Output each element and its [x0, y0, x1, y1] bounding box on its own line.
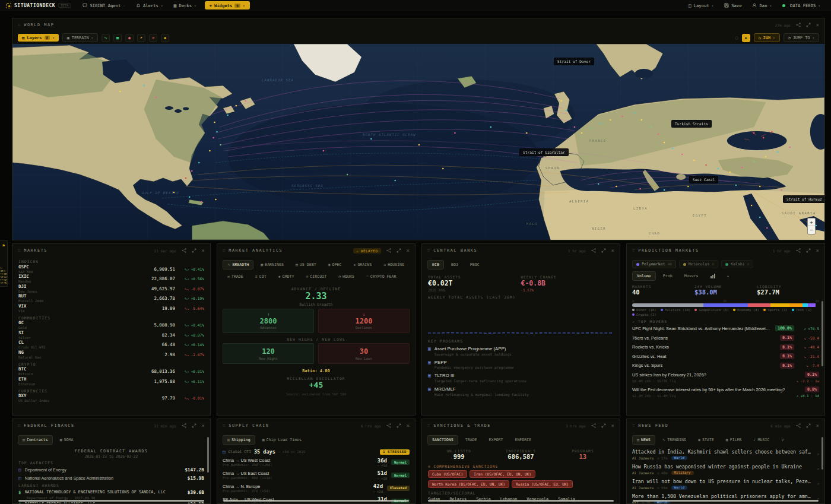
- expand-icon[interactable]: [397, 248, 401, 253]
- news-tab[interactable]: ▣FILMS: [721, 435, 747, 445]
- market-row[interactable]: GCGold5,080.90+0.41%: [12, 321, 210, 331]
- market-row[interactable]: DJIDow Jones49,625.97-0.07%: [12, 284, 210, 294]
- route-row[interactable]: China → US East CoastPre-pandemic: 40d (…: [217, 469, 415, 482]
- chokepoint-label[interactable]: Strait of Hormuz: [783, 195, 824, 203]
- external-link-icon[interactable]: ⇗: [817, 481, 819, 486]
- horizontal-scrollbar[interactable]: [428, 500, 614, 502]
- share-icon[interactable]: [182, 248, 186, 253]
- user-menu[interactable]: Dan▾: [747, 2, 776, 9]
- analytics-tab[interactable]: ◆CMDTY: [274, 272, 299, 281]
- analytics-tab[interactable]: ◈GRAINS: [348, 260, 376, 270]
- analytics-tab[interactable]: ◉OPEC: [323, 260, 347, 270]
- horizontal-scrollbar[interactable]: [18, 500, 204, 502]
- news-tab[interactable]: ∿TRENDING: [658, 435, 691, 445]
- horizontal-scrollbar[interactable]: [633, 500, 819, 502]
- expand-icon[interactable]: [601, 248, 606, 253]
- expand-icon[interactable]: [806, 23, 811, 27]
- share-icon[interactable]: [796, 23, 801, 27]
- sanctions-tab[interactable]: TRADE: [461, 435, 482, 445]
- federal-tab[interactable]: ▤Contracts: [18, 435, 53, 445]
- chokepoints-layer-icon[interactable]: ◆: [161, 34, 169, 42]
- market-row[interactable]: RUTRussell 20002,663.78+0.19%: [12, 294, 210, 304]
- market-row[interactable]: ETHEthereum1,975.88+0.11%: [12, 376, 210, 386]
- route-row[interactable]: China → N. EuropePre-pandemic: 37d (+5d)…: [217, 482, 415, 495]
- program-row[interactable]: ▣PEPPPandemic emergency purchase program…: [428, 358, 614, 372]
- share-icon[interactable]: [796, 423, 801, 428]
- program-row[interactable]: ▣MRO/MLFMain refinancing & marginal lend…: [428, 385, 614, 398]
- central-bank-tab[interactable]: BOJ: [446, 260, 463, 270]
- jump-to-select[interactable]: ◔ JUMP TO ▾: [784, 33, 819, 42]
- analytics-tab[interactable]: ∿BREADTH: [223, 260, 253, 270]
- chokepoint-label[interactable]: Strait of Gibraltar: [519, 148, 569, 156]
- close-icon[interactable]: ×: [816, 248, 819, 253]
- program-row[interactable]: ▣Asset Purchase Programme (APP)Sovereign…: [428, 344, 614, 358]
- analytics-tab[interactable]: ⇄TRADE: [223, 272, 248, 281]
- route-row[interactable]: China → US West CoastPre-pandemic: 20d (…: [217, 456, 415, 469]
- horizontal-scrollbar[interactable]: [223, 500, 409, 502]
- market-row[interactable]: VIXVIX19.09-5.64%: [12, 303, 210, 313]
- alerts-layer-icon[interactable]: ⊘: [149, 34, 157, 42]
- category-segment[interactable]: [748, 303, 770, 307]
- drag-handle-icon[interactable]: [427, 423, 430, 428]
- chokepoint-label[interactable]: Suez Canal: [689, 176, 718, 183]
- news-item[interactable]: Iran will not bow down to US pressure in…: [627, 476, 824, 491]
- sanctions-tab[interactable]: SANCTIONS: [427, 435, 458, 445]
- category-segment[interactable]: [803, 303, 808, 307]
- share-icon[interactable]: [386, 248, 391, 253]
- news-item[interactable]: More than 1,500 Venezuelan political pri…: [627, 491, 824, 504]
- analytics-tab[interactable]: ◠CRYPTO FEAR: [361, 272, 401, 281]
- zoom-in-button[interactable]: +: [808, 218, 815, 226]
- analytics-tab[interactable]: ▦EARNINGS: [256, 260, 288, 270]
- prediction-tab[interactable]: Prob: [658, 271, 677, 281]
- close-icon[interactable]: ×: [407, 248, 410, 253]
- expand-icon[interactable]: [397, 423, 401, 428]
- share-icon[interactable]: [386, 423, 391, 428]
- map-canvas[interactable]: Strait of Dover Turkish Straits Strait o…: [12, 44, 824, 240]
- share-icon[interactable]: [182, 423, 186, 428]
- collapse-icon[interactable]: ▴: [722, 271, 734, 281]
- scrollbar[interactable]: [822, 301, 823, 366]
- nav-decks[interactable]: ▦ Decks▾: [169, 2, 201, 9]
- prediction-item[interactable]: Will the Fed decrease interest rates by …: [627, 385, 824, 400]
- expand-icon[interactable]: [806, 423, 811, 428]
- share-icon[interactable]: [591, 248, 596, 253]
- agency-row[interactable]: ◫National Aeronautics and Space Administ…: [12, 474, 210, 482]
- widgets-button[interactable]: + Widgets 9 ▾: [205, 1, 250, 9]
- drag-handle-icon[interactable]: [18, 423, 20, 428]
- analytics-tab[interactable]: ◔HOURS: [334, 272, 359, 281]
- central-bank-tab[interactable]: PBOC: [465, 260, 484, 270]
- prediction-item[interactable]: UFC Fight Night: Sean Strickland vs. Ant…: [627, 324, 824, 334]
- analytics-tab[interactable]: ▤US DEBT: [291, 260, 321, 270]
- award-item[interactable]: $NATIONAL TECHNOLOGY & ENGINEERING SOLUT…: [12, 488, 210, 500]
- prediction-item[interactable]: 76ers vs. Pelicans0.1%↘ -59.4: [627, 333, 824, 343]
- market-row[interactable]: BTCBitcoin68,013.36+0.81%: [12, 367, 210, 377]
- prediction-item[interactable]: Kings vs. Spurs0.1%↘ -7.4: [627, 361, 824, 370]
- close-icon[interactable]: ×: [407, 423, 410, 429]
- prediction-tab[interactable]: Volume: [632, 271, 656, 281]
- data-feeds-status[interactable]: DATA FEEDS▾: [778, 2, 825, 9]
- supply-tab[interactable]: ▦Chip Lead Times: [258, 435, 306, 445]
- flights-layer-icon[interactable]: ➤: [137, 34, 145, 42]
- drag-handle-icon[interactable]: [427, 248, 430, 253]
- category-segment[interactable]: [632, 303, 703, 307]
- market-row[interactable]: DXYUS Dollar Index97.79-0.01%: [12, 394, 210, 404]
- news-tab[interactable]: ♪MUSIC: [749, 435, 775, 445]
- prediction-item[interactable]: US strikes Iran by February 21, 2026?0.1…: [627, 370, 824, 385]
- compass-icon[interactable]: ○: [735, 35, 738, 40]
- close-icon[interactable]: ×: [202, 423, 205, 429]
- save-button[interactable]: Save: [719, 2, 746, 9]
- drag-handle-icon[interactable]: [223, 423, 225, 428]
- chokepoint-label[interactable]: Turkish Straits: [671, 120, 712, 128]
- drag-handle-icon[interactable]: [223, 248, 225, 253]
- scrollbar[interactable]: [822, 437, 823, 470]
- expand-icon[interactable]: [192, 248, 196, 253]
- market-row[interactable]: CLCrude Oil WTI66.48+0.14%: [12, 340, 210, 350]
- news-tab[interactable]: ▤NEWS: [632, 435, 655, 445]
- sanctions-tab[interactable]: EXPORT: [484, 435, 508, 445]
- supply-tab[interactable]: ▥Shipping: [223, 435, 255, 445]
- federal-tab[interactable]: ▦SOMA: [55, 435, 78, 445]
- source-toggle[interactable]: Kalshi0: [721, 260, 753, 268]
- news-tab[interactable]: ◉STATE: [693, 435, 719, 445]
- central-bank-tab[interactable]: ECB: [427, 260, 444, 270]
- sanctions-tab[interactable]: ENFORCE: [510, 435, 536, 445]
